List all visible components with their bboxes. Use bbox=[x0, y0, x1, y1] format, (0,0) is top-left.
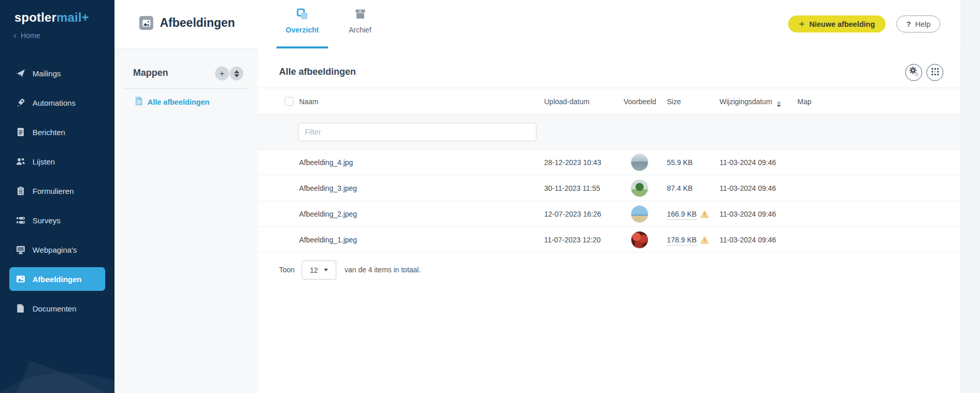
row-size-with-warning[interactable]: 166.9 KB bbox=[667, 201, 709, 227]
row-modified-date: 11-03-2024 09:46 bbox=[720, 175, 776, 201]
gears-icon bbox=[908, 66, 920, 79]
sidebar-item-label: Mailings bbox=[32, 69, 61, 78]
sidebar-item-afbeeldingen[interactable]: Afbeeldingen bbox=[9, 267, 105, 291]
brand-logo-secondary: mail+ bbox=[56, 10, 89, 24]
folder-item-alle-afbeeldingen[interactable]: Alle afbeeldingen bbox=[135, 96, 209, 107]
sidebar-decorative-swoosh bbox=[0, 316, 115, 393]
plus-icon: + bbox=[220, 69, 225, 78]
new-image-button[interactable]: + Nieuwe afbeelding bbox=[788, 15, 886, 32]
table-row[interactable]: Afbeelding_4.jpg 28-12-2023 10:43 55.9 K… bbox=[258, 150, 960, 175]
beach-thumbnail[interactable] bbox=[631, 205, 648, 223]
sidebar-item-lijsten[interactable]: Lijsten bbox=[9, 150, 105, 173]
sidebar-item-webpaginas[interactable]: Webpagina's bbox=[9, 238, 105, 261]
monitor-icon bbox=[15, 244, 26, 255]
sidebar-item-berichten[interactable]: Berichten bbox=[9, 120, 105, 144]
survey-icon bbox=[15, 215, 26, 225]
row-file-name[interactable]: Afbeelding_4.jpg bbox=[299, 150, 353, 175]
chevron-down-icon bbox=[324, 269, 328, 271]
sort-arrows-icon bbox=[234, 70, 239, 77]
tree-landscape-thumbnail[interactable] bbox=[631, 179, 648, 197]
row-upload-date: 11-07-2023 12:20 bbox=[544, 227, 601, 253]
tab-label: Archief bbox=[349, 26, 371, 34]
users-icon bbox=[15, 156, 26, 167]
filter-row bbox=[258, 114, 960, 150]
column-header-naam[interactable]: Naam bbox=[299, 88, 318, 115]
row-size: 87.4 KB bbox=[667, 175, 693, 201]
warning-triangle-icon bbox=[700, 210, 709, 218]
home-back-label: Home bbox=[21, 31, 40, 40]
page-title: Afbeeldingen bbox=[160, 16, 235, 30]
page-size-select[interactable]: 12 bbox=[302, 260, 336, 280]
row-upload-date: 12-07-2023 16:26 bbox=[544, 201, 601, 227]
sidebar-item-mailings[interactable]: Mailings bbox=[9, 61, 105, 85]
header-actions: + Nieuwe afbeelding ? Help bbox=[788, 15, 940, 32]
row-file-name[interactable]: Afbeelding_2.jpeg bbox=[299, 201, 357, 227]
home-back-link[interactable]: ‹ Home bbox=[13, 31, 40, 40]
row-size-with-warning[interactable]: 178.9 KB bbox=[667, 227, 709, 253]
sort-arrows-icon bbox=[777, 101, 781, 107]
row-file-name[interactable]: Afbeelding_3.jpeg bbox=[299, 175, 357, 201]
sidebar-item-label: Berichten bbox=[32, 128, 65, 137]
sidebar-item-label: Formulieren bbox=[32, 187, 74, 195]
document-icon bbox=[15, 127, 26, 137]
sort-folders-button[interactable] bbox=[230, 67, 243, 80]
image-icon bbox=[139, 16, 153, 30]
page-title-wrap: Afbeeldingen bbox=[139, 16, 235, 30]
sidebar: spotlermail+ ‹ Home Mailings Automations bbox=[0, 0, 115, 393]
tab-label: Overzicht bbox=[286, 26, 319, 34]
file-icon bbox=[135, 96, 143, 107]
row-file-name[interactable]: Afbeelding_1.jpeg bbox=[299, 227, 357, 253]
select-all-checkbox[interactable] bbox=[285, 97, 293, 106]
table-row[interactable]: Afbeelding_1.jpeg 11-07-2023 12:20 178.9… bbox=[258, 227, 960, 253]
sidebar-item-label: Afbeeldingen bbox=[32, 275, 81, 284]
table-actions bbox=[905, 64, 943, 81]
file-icon bbox=[15, 303, 26, 314]
sidebar-item-label: Webpagina's bbox=[32, 245, 77, 254]
table-title: Alle afbeeldingen bbox=[279, 67, 356, 77]
main-panel: Alle afbeeldingen bbox=[258, 48, 960, 393]
new-image-button-label: Nieuwe afbeelding bbox=[809, 20, 875, 28]
tab-overzicht[interactable]: Overzicht bbox=[276, 0, 328, 48]
folders-panel: Mappen + Alle afbeeldingen bbox=[115, 48, 258, 393]
row-size[interactable]: 166.9 KB bbox=[667, 209, 697, 220]
page-size-label: Toon bbox=[279, 260, 295, 280]
brand-logo: spotlermail+ bbox=[14, 10, 89, 25]
row-size: 55.9 KB bbox=[667, 150, 693, 175]
tab-archief[interactable]: Archief bbox=[334, 0, 386, 48]
folders-panel-title: Mappen bbox=[133, 68, 168, 78]
page-header: Afbeeldingen Overzicht Archief + Nieuwe … bbox=[115, 0, 960, 48]
sidebar-item-label: Documenten bbox=[32, 304, 76, 313]
folder-item-label: Alle afbeeldingen bbox=[148, 98, 209, 106]
column-header-size[interactable]: Size bbox=[667, 88, 681, 115]
sidebar-item-automations[interactable]: Automations bbox=[9, 91, 105, 114]
archive-box-icon bbox=[354, 8, 366, 22]
column-header-wijzigingsdatum[interactable]: Wijzigingsdatum bbox=[720, 88, 781, 115]
add-folder-button[interactable]: + bbox=[215, 67, 229, 80]
filter-input[interactable] bbox=[298, 123, 536, 141]
app-window: spotlermail+ ‹ Home Mailings Automations bbox=[0, 0, 980, 393]
column-header-voorbeeld: Voorbeeld bbox=[624, 88, 656, 115]
warning-triangle-icon bbox=[700, 236, 709, 244]
table-header-row: Naam Upload-datum Voorbeeld Size Wijzigi… bbox=[258, 88, 960, 114]
table-row[interactable]: Afbeelding_3.jpeg 30-11-2023 11:55 87.4 … bbox=[258, 175, 960, 201]
settings-button[interactable] bbox=[905, 64, 922, 81]
total-items-label: van de 4 items in totaal. bbox=[345, 260, 421, 280]
row-size[interactable]: 178.9 KB bbox=[667, 235, 697, 245]
sidebar-item-label: Surveys bbox=[32, 216, 60, 225]
row-modified-date: 11-03-2024 09:46 bbox=[720, 150, 776, 175]
sea-landscape-thumbnail[interactable] bbox=[631, 154, 648, 171]
row-modified-date: 11-03-2024 09:46 bbox=[720, 201, 776, 227]
red-fruit-thumbnail[interactable] bbox=[631, 231, 648, 249]
question-mark-icon: ? bbox=[906, 20, 911, 28]
row-upload-date: 28-12-2023 10:43 bbox=[544, 150, 601, 175]
help-button[interactable]: ? Help bbox=[896, 15, 940, 32]
page-size-value: 12 bbox=[310, 266, 318, 274]
table-row[interactable]: Afbeelding_2.jpeg 12-07-2023 16:26 166.9… bbox=[258, 201, 960, 227]
help-button-label: Help bbox=[915, 20, 930, 28]
sidebar-item-label: Automations bbox=[32, 99, 75, 107]
column-header-upload-datum[interactable]: Upload-datum bbox=[544, 88, 590, 115]
grid-view-button[interactable] bbox=[926, 64, 943, 81]
sidebar-item-surveys[interactable]: Surveys bbox=[9, 208, 105, 232]
sidebar-item-formulieren[interactable]: Formulieren bbox=[9, 179, 105, 203]
sidebar-item-label: Lijsten bbox=[32, 157, 55, 166]
